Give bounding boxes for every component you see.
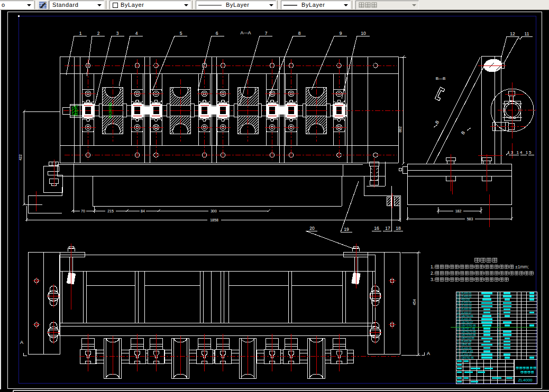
svg-text:11: 11 <box>525 31 529 36</box>
svg-text:10: 10 <box>456 328 460 330</box>
svg-text:1: 1 <box>498 337 500 340</box>
svg-text:17: 17 <box>456 305 460 307</box>
svg-text:Φ42H7/h6: Φ42H7/h6 <box>108 102 112 118</box>
svg-text:4: 4 <box>458 347 459 350</box>
svg-text:7: 7 <box>458 337 459 340</box>
svg-text:19: 19 <box>344 227 349 232</box>
svg-text:ZL400-04: ZL400-04 <box>461 302 472 304</box>
svg-text:A: A <box>20 340 23 345</box>
svg-text:14: 14 <box>456 315 460 318</box>
svg-text:GB/T97.1-85: GB/T97.1-85 <box>461 328 475 330</box>
svg-text:ZL400-08: ZL400-08 <box>461 340 472 343</box>
svg-text:18: 18 <box>396 226 401 231</box>
svg-text:1: 1 <box>498 347 500 350</box>
svg-text:15: 15 <box>456 312 460 314</box>
svg-text:±1mm;: ±1mm; <box>515 264 529 269</box>
svg-text:84: 84 <box>141 209 145 213</box>
svg-text:17: 17 <box>385 226 390 231</box>
svg-text:9: 9 <box>458 331 459 333</box>
svg-text:3.: 3. <box>431 277 434 282</box>
svg-text:16: 16 <box>456 308 460 311</box>
svg-text:2: 2 <box>498 312 500 314</box>
svg-text:ZL4000: ZL4000 <box>518 378 533 382</box>
svg-text:5: 5 <box>180 31 182 36</box>
svg-text:2: 2 <box>498 353 500 356</box>
svg-text:1858: 1858 <box>210 218 218 222</box>
svg-text:4: 4 <box>498 331 500 333</box>
svg-text:20: 20 <box>309 226 315 231</box>
svg-text:182: 182 <box>455 209 462 213</box>
svg-text:ZL400-02: ZL400-02 <box>461 295 472 298</box>
svg-text:2: 2 <box>498 321 500 324</box>
svg-text:11: 11 <box>457 324 460 327</box>
svg-text:16: 16 <box>374 226 379 231</box>
svg-text:18: 18 <box>456 302 460 304</box>
svg-text:2.: 2. <box>431 270 434 276</box>
svg-text:1: 1 <box>498 318 500 321</box>
svg-text:ZL400-03: ZL400-03 <box>461 305 472 307</box>
svg-text:6: 6 <box>458 340 459 343</box>
svg-text:8: 8 <box>298 31 301 36</box>
svg-text:1: 1 <box>498 350 500 353</box>
svg-text:9: 9 <box>340 31 342 36</box>
svg-text:3: 3 <box>458 350 459 353</box>
svg-text:1: 1 <box>79 31 82 36</box>
svg-text:450/150: 450/150 <box>461 298 470 301</box>
svg-text:ZL400-07: ZL400-07 <box>461 312 472 314</box>
svg-text:6: 6 <box>216 31 218 36</box>
svg-text:GB/T5782-86: GB/T5782-86 <box>461 324 476 327</box>
svg-text:2: 2 <box>498 334 500 337</box>
svg-text:ZL400-09: ZL400-09 <box>461 347 472 350</box>
svg-text:A—A: A—A <box>241 30 251 35</box>
svg-text:1: 1 <box>498 302 500 304</box>
svg-text:10: 10 <box>361 31 366 36</box>
svg-text:13: 13 <box>456 318 460 321</box>
svg-text:1: 1 <box>498 292 500 295</box>
svg-text:GB/T93-87: GB/T93-87 <box>461 321 473 324</box>
svg-text:GB97.1-85: GB97.1-85 <box>461 350 473 353</box>
svg-text:13 14 15: 13 14 15 <box>507 150 532 155</box>
svg-text:12: 12 <box>456 321 460 324</box>
svg-text:GB/T119-86: GB/T119-86 <box>461 337 474 340</box>
svg-text:8: 8 <box>458 334 459 337</box>
svg-text:ZL400-10: ZL400-10 <box>461 353 472 356</box>
svg-text:4: 4 <box>498 305 500 307</box>
svg-text:215: 215 <box>107 209 114 213</box>
svg-text:70: 70 <box>81 209 85 213</box>
svg-text:422: 422 <box>19 154 22 161</box>
svg-text:2: 2 <box>498 328 500 330</box>
svg-text:2: 2 <box>458 353 459 356</box>
svg-text:GB/T63-86: GB/T63-86 <box>461 315 473 318</box>
svg-text:454: 454 <box>413 299 416 305</box>
svg-text:8: 8 <box>498 315 500 318</box>
svg-text:12: 12 <box>510 31 515 36</box>
svg-text:1: 1 <box>498 295 500 298</box>
svg-text:882: 882 <box>398 126 402 133</box>
svg-text:583: 583 <box>467 217 473 221</box>
svg-text:21: 21 <box>456 292 460 295</box>
svg-text:1: 1 <box>498 298 500 301</box>
svg-text:8: 8 <box>498 324 500 327</box>
svg-text:B—B: B—B <box>436 76 446 81</box>
svg-text:GB/T6170-86: GB/T6170-86 <box>461 331 476 333</box>
svg-text:3: 3 <box>116 31 119 36</box>
svg-text:4: 4 <box>498 357 500 359</box>
svg-text:300: 300 <box>211 209 217 213</box>
svg-text:8: 8 <box>498 343 500 346</box>
svg-text:ZL400-06: ZL400-06 <box>461 318 472 321</box>
svg-text:ZL400-01: ZL400-01 <box>461 292 472 295</box>
svg-text:1: 1 <box>458 357 459 359</box>
svg-text:19: 19 <box>456 298 460 301</box>
svg-text:1: 1 <box>498 308 500 311</box>
svg-text:A: A <box>427 351 430 356</box>
svg-text:GB/T5783-86: GB/T5783-86 <box>461 334 476 337</box>
svg-text:1: 1 <box>498 340 500 343</box>
svg-text:20: 20 <box>456 295 460 298</box>
svg-text:GB41-86: GB41-86 <box>461 343 471 346</box>
svg-text:GB5782-86: GB5782-86 <box>461 357 474 359</box>
svg-text:ZL400-05: ZL400-05 <box>461 308 472 311</box>
svg-text:7: 7 <box>265 31 268 36</box>
svg-text:1.: 1. <box>431 264 434 269</box>
svg-text:M30×5: M30×5 <box>75 105 78 116</box>
svg-text:4: 4 <box>135 31 138 36</box>
